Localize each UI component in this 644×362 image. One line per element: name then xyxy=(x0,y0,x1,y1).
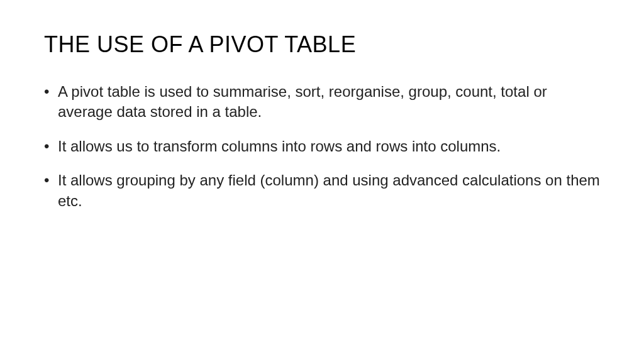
list-item: A pivot table is used to summarise, sort… xyxy=(44,82,600,123)
slide-title: THE USE OF A PIVOT TABLE xyxy=(44,31,600,58)
bullet-list: A pivot table is used to summarise, sort… xyxy=(44,82,600,211)
list-item: It allows us to transform columns into r… xyxy=(44,136,600,156)
list-item: It allows grouping by any field (column)… xyxy=(44,170,600,211)
